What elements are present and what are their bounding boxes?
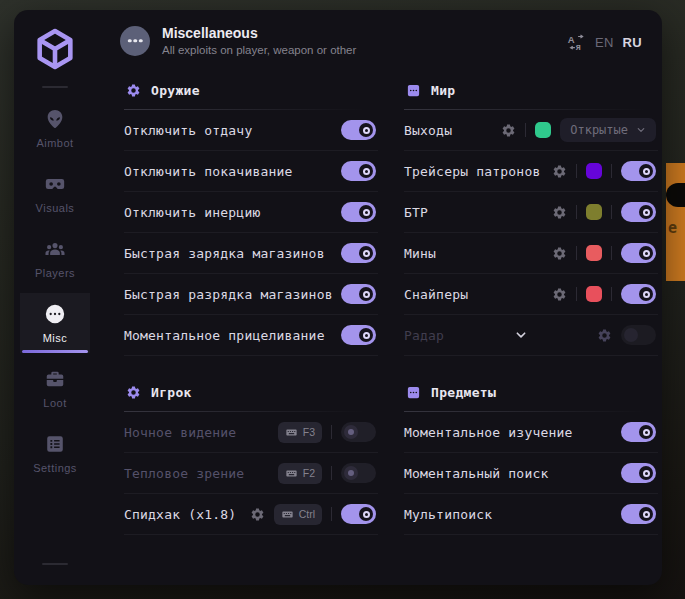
section-rows: Моментальное изучение Моментальный поиск… [404, 412, 658, 535]
gear-icon [552, 287, 567, 302]
toggle-knob [639, 205, 653, 219]
category-ellipsis-icon [120, 26, 150, 56]
toggle-switch[interactable] [621, 202, 656, 222]
translate-icon: Aя [567, 33, 586, 52]
toggle-switch[interactable] [621, 284, 656, 304]
sidebar-item-label: Aimbot [36, 137, 73, 149]
toggle-switch[interactable] [341, 463, 376, 483]
feature-row: Выходы Открытые [404, 110, 658, 151]
sidebar: Aimbot Visuals Players Misc Loot Setting… [14, 10, 96, 585]
row-controls [341, 243, 376, 263]
row-controls [341, 161, 376, 181]
toggle-switch[interactable] [341, 161, 376, 181]
toggle-knob [639, 287, 653, 301]
toggle-knob [639, 246, 653, 260]
color-swatch-button[interactable] [586, 163, 602, 179]
ellipsis-dots [133, 39, 137, 43]
section-title: Игрок [151, 385, 192, 400]
settings-gear-button[interactable] [552, 287, 567, 302]
sidebar-item-aimbot[interactable]: Aimbot [20, 98, 90, 158]
control-separator [331, 466, 332, 480]
sidebar-item-label: Players [35, 267, 75, 279]
feature-row: Трейсеры патронов [404, 151, 658, 192]
section-player: Игрок Ночное видение F3 Тепловое зрение … [124, 372, 378, 535]
toggle-switch[interactable] [341, 504, 376, 524]
row-controls [341, 202, 376, 222]
toggle-knob [639, 507, 653, 521]
language-option-ru[interactable]: RU [623, 35, 642, 50]
hotkey-label: F3 [303, 426, 315, 438]
color-swatch-button[interactable] [586, 286, 602, 302]
toggle-knob [639, 466, 653, 480]
toggle-switch[interactable] [341, 325, 376, 345]
dropdown-select[interactable]: Открытые [560, 118, 656, 142]
toggle-switch[interactable] [621, 325, 656, 345]
settings-gear-button[interactable] [552, 205, 567, 220]
column-right: Мир Выходы Открытые Трейсеры патронов БТ… [404, 70, 658, 585]
row-controls [621, 504, 656, 524]
sidebar-item-misc[interactable]: Misc [20, 293, 90, 353]
language-switcher: AяENRU [567, 29, 642, 52]
toggle-switch[interactable] [341, 243, 376, 263]
page-subtitle: All exploits on player, weapon or other [162, 44, 356, 56]
toggle-switch[interactable] [341, 422, 376, 442]
sidebar-item-players[interactable]: Players [20, 228, 90, 288]
column-left: Оружие Отключить отдачу Отключить покачи… [124, 70, 378, 585]
control-separator [611, 164, 612, 178]
feature-label: Отключить покачивание [124, 164, 293, 179]
hotkey-badge[interactable]: F2 [278, 463, 322, 484]
sidebar-item-visuals[interactable]: Visuals [20, 163, 90, 223]
feature-label: Выходы [404, 123, 452, 138]
control-separator [525, 123, 526, 137]
control-separator [576, 205, 577, 219]
color-swatch-button[interactable] [535, 122, 551, 138]
section-rows: Отключить отдачу Отключить покачивание О… [124, 110, 378, 356]
settings-gear-button[interactable] [597, 328, 612, 343]
toggle-switch[interactable] [341, 284, 376, 304]
row-controls: F2 [278, 463, 376, 484]
settings-gear-button[interactable] [501, 123, 516, 138]
section-items: Предметы Моментальное изучение Моменталь… [404, 372, 658, 535]
feature-label: Моментальный поиск [404, 466, 548, 481]
control-separator [611, 287, 612, 301]
hotkey-badge[interactable]: Ctrl [274, 504, 322, 525]
chevron-down-icon [635, 124, 647, 136]
sidebar-item-label: Settings [33, 462, 77, 474]
row-controls [552, 243, 656, 263]
feature-row: Быстрая разрядка магазинов [124, 274, 378, 315]
toggle-switch[interactable] [621, 243, 656, 263]
background-billboard: е [666, 163, 685, 281]
gear-icon [250, 507, 265, 522]
row-controls [552, 161, 656, 181]
feature-row: Снайперы [404, 274, 658, 315]
toggle-switch[interactable] [341, 120, 376, 140]
feature-row: Отключить инерцию [124, 192, 378, 233]
section-header: Предметы [404, 372, 658, 411]
toggle-switch[interactable] [341, 202, 376, 222]
feature-label: Моментальное прицеливание [124, 328, 325, 343]
sidebar-item-loot[interactable]: Loot [20, 358, 90, 418]
feature-label: Мультипоиск [404, 507, 492, 522]
feature-row: Спидхак (x1.8) Ctrl [124, 494, 378, 535]
color-swatch-button[interactable] [586, 204, 602, 220]
svg-text:A: A [568, 34, 575, 45]
toggle-switch[interactable] [621, 422, 656, 442]
feature-row: Отключить отдачу [124, 110, 378, 151]
toggle-switch[interactable] [621, 161, 656, 181]
settings-gear-button[interactable] [552, 246, 567, 261]
settings-gear-button[interactable] [552, 164, 567, 179]
expand-chevron-button[interactable] [513, 327, 529, 343]
section-header: Оружие [124, 70, 378, 109]
toggle-switch[interactable] [621, 504, 656, 524]
hotkey-badge[interactable]: F3 [278, 422, 322, 443]
toggle-knob [359, 287, 373, 301]
settings-gear-button[interactable] [250, 507, 265, 522]
color-swatch-button[interactable] [586, 245, 602, 261]
language-option-en[interactable]: EN [595, 35, 614, 50]
feature-label: Быстрая зарядка магазинов [124, 246, 325, 261]
page-title: Miscellaneous [162, 25, 356, 41]
toggle-knob [359, 164, 373, 178]
sidebar-item-settings[interactable]: Settings [20, 423, 90, 483]
toggle-switch[interactable] [621, 463, 656, 483]
sidebar-item-label: Misc [43, 332, 68, 344]
